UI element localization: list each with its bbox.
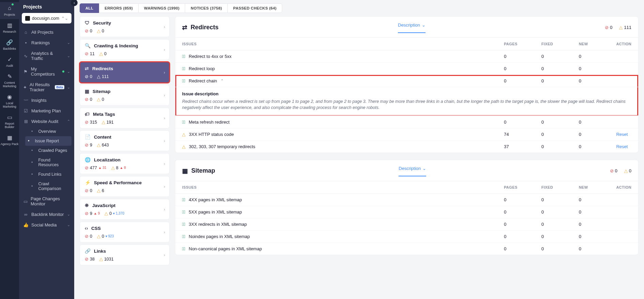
sidebar-item-website-audit[interactable]: ⊞Website Audit⌃ (19, 116, 74, 127)
chevron-updown-icon: ⌃⌄ (61, 16, 68, 21)
chevron-down-icon: ⌄ (67, 85, 70, 90)
sidebar-subitem-found-links[interactable]: Found Links (31, 170, 74, 179)
filter-tab[interactable]: PASSED CHECKS (64) (228, 3, 282, 13)
reset-button[interactable]: Reset (616, 144, 628, 149)
category-card-speed-performance[interactable]: ⚡Speed & Performance⊘0△6› (80, 176, 170, 197)
sidebar-item-backlink-monitor[interactable]: ∞Backlink Monitor⌄ (19, 209, 74, 220)
rail-item-projects[interactable]: ⌂Projects (0, 2, 19, 19)
rail-item-report-builder[interactable]: ▭Report Builder (0, 111, 19, 131)
sidebar-item-analytics-traffic[interactable]: ∿Analytics & Traffic⌄ (19, 48, 74, 64)
category-card-crawling-indexing[interactable]: 🔍Crawling & Indexing⊘11△0› (80, 39, 170, 60)
trend-up-icon: ▲ 9 (94, 211, 100, 215)
sidebar-item-marketing-plan[interactable]: ☑Marketing Plan (19, 106, 74, 116)
category-card-meta-tags[interactable]: 🏷Meta Tags⊘315△191› (80, 108, 170, 128)
error-icon: ⊘ (85, 120, 88, 125)
nav-icon: 〰 (23, 98, 29, 103)
chevron-right-icon: › (164, 116, 165, 121)
category-card-javascript[interactable]: ❋JavaScript⊘9▲ 9△0▾ 1,370› (80, 199, 170, 220)
projects-icon: ⌂ (6, 5, 13, 12)
col-issues: ISSUES (175, 181, 497, 194)
rail-item-research[interactable]: ▥Research (0, 19, 19, 36)
warning-icon: △ (182, 132, 186, 137)
sidebar-item-insights[interactable]: 〰Insights (19, 95, 74, 106)
notification-dot-icon (12, 3, 14, 5)
category-card-security[interactable]: 🛡Security⊘0△0› (80, 16, 170, 37)
project-selector[interactable]: docusign.com ⌃⌄ (22, 13, 71, 23)
issue-row[interactable]: ✓⃝Meta refresh redirect000 (175, 116, 638, 128)
check-icon: ✓⃝ (182, 246, 186, 251)
warning-icon: △ (99, 256, 103, 262)
trend-down-icon: ▾ 923 (106, 234, 114, 238)
issue-row[interactable]: ✓⃝5XX pages in XML sitemap000 (175, 206, 638, 218)
main: ALLERRORS (859)WARNINGS (1990)NOTICES (3… (74, 0, 644, 299)
issue-description-row: Issue descriptionRedirect chains occur w… (175, 87, 638, 116)
reset-button[interactable]: Reset (616, 132, 628, 137)
category-card-css[interactable]: ‹›CSS⊘0△0▾ 923› (80, 222, 170, 242)
rail-item-content-marketing[interactable]: ✎Content Marketing (0, 70, 19, 91)
filter-tab[interactable]: ALL (80, 3, 99, 13)
chevron-down-icon: ⌄ (67, 212, 70, 217)
research-icon: ▥ (6, 22, 13, 29)
filter-tab[interactable]: WARNINGS (1990) (139, 3, 185, 13)
error-icon: ⊘ (85, 142, 88, 147)
issue-row[interactable]: △302, 303, 307 temporary redirects3700Re… (175, 141, 638, 153)
sidebar-subitem-crawled-pages[interactable]: Crawled Pages (31, 146, 74, 155)
col-new: NEW (572, 38, 609, 50)
issue-row[interactable]: ✓⃝Noindex pages in XML sitemap000 (175, 231, 638, 243)
rail-item-local-marketing[interactable]: ◉Local Marketing (0, 91, 19, 111)
issue-row[interactable]: ✓⃝Non-canonical pages in XML sitemap000 (175, 243, 638, 255)
filter-tab[interactable]: ERRORS (859) (99, 3, 139, 13)
category-card-sitemap[interactable]: ▦Sitemap⊘0△0› (80, 85, 170, 106)
redirects-icon: ⇄ (182, 24, 187, 31)
rail-item-agency-pack[interactable]: ▦Agency Pack (0, 131, 19, 148)
issue-row[interactable]: ✓⃝3XX redirects in XML sitemap000 (175, 218, 638, 231)
category-card-content[interactable]: 📄Content⊘9△643› (80, 130, 170, 151)
error-icon: ⊘ (85, 165, 88, 170)
sidebar-subitem-found-resources[interactable]: Found Resources (31, 155, 74, 170)
sidebar-item-page-changes-monitor[interactable]: ▭Page Changes Monitor (19, 193, 74, 209)
warning-icon: △ (619, 25, 623, 30)
rail-item-backlinks[interactable]: 🔗Backlinks (0, 36, 19, 53)
panels: ⇄ Redirects Description ⌄ ⊘0 △111 (175, 16, 639, 294)
rail-item-audit[interactable]: ✓Audit (0, 53, 19, 70)
sitemap-table: ISSUES PAGES FIXED NEW ACTION ✓⃝4XX page… (175, 181, 638, 255)
issue-row[interactable]: ✓⃝Redirect loop000 (175, 63, 638, 75)
error-icon: ⊘ (85, 211, 88, 216)
sidebar-subitem-crawl-comparison[interactable]: Crawl Comparison (31, 179, 74, 193)
category-card-redirects[interactable]: ⇄Redirects⊘0△111› (80, 62, 170, 83)
error-icon: ⊘ (85, 188, 88, 193)
col-fixed: FIXED (534, 181, 572, 194)
sidebar: ‹ Projects docusign.com ⌃⌄ ⌂All Projects… (19, 0, 74, 299)
sidebar-item-my-competitors[interactable]: ⚑My Competitors⌄ (19, 64, 74, 79)
error-icon: ⊘ (85, 74, 88, 79)
nav-icon: ☑ (23, 108, 29, 113)
category-icon: 🛡 (85, 20, 90, 26)
warning-icon: △ (97, 234, 100, 239)
issue-row[interactable]: ✓⃝Redirect chain⌃000 (175, 75, 638, 87)
issue-row[interactable]: △3XX HTTP status code7400Reset (175, 128, 638, 141)
category-card-localization[interactable]: 🌐Localization⊘477▲ 31△8▲ 8› (80, 153, 170, 174)
sidebar-item-rankings[interactable]: ▪Rankings⌄ (19, 37, 74, 48)
check-icon: ✓⃝ (182, 222, 186, 227)
category-card-links[interactable]: 🔗Links⊘38△1031› (80, 245, 170, 265)
col-action: ACTION (609, 38, 638, 50)
sidebar-item-all-projects[interactable]: ⌂All Projects (19, 27, 74, 37)
chevron-right-icon: › (164, 207, 165, 212)
issue-row[interactable]: ✓⃝4XX pages in XML sitemap000 (175, 194, 638, 206)
issue-row[interactable]: ✓⃝Redirect to 4xx or 5xx000 (175, 50, 638, 63)
chevron-down-icon: ⌄ (422, 166, 426, 171)
category-icon: ❋ (85, 203, 89, 208)
sidebar-item-social-media[interactable]: 👍Social Media⌄ (19, 220, 74, 230)
filter-tab[interactable]: NOTICES (3758) (185, 3, 228, 13)
description-tab[interactable]: Description ⌄ (398, 22, 425, 33)
sidebar-item-ai-results-tracker[interactable]: ✦AI Results TrackerBeta⌄ (19, 79, 74, 95)
sidebar-subitem-issue-report[interactable]: Issue Report (25, 136, 71, 146)
warning-icon: △ (97, 97, 100, 102)
warning-icon: △ (97, 28, 100, 33)
sidebar-subitem-overview[interactable]: Overview (31, 127, 74, 136)
nav-icon: ⊞ (23, 119, 29, 124)
warning-icon: △ (99, 51, 103, 56)
description-tab[interactable]: Description ⌄ (399, 166, 426, 176)
audit-icon: ✓ (6, 56, 13, 63)
chevron-down-icon: ⌄ (67, 223, 70, 227)
